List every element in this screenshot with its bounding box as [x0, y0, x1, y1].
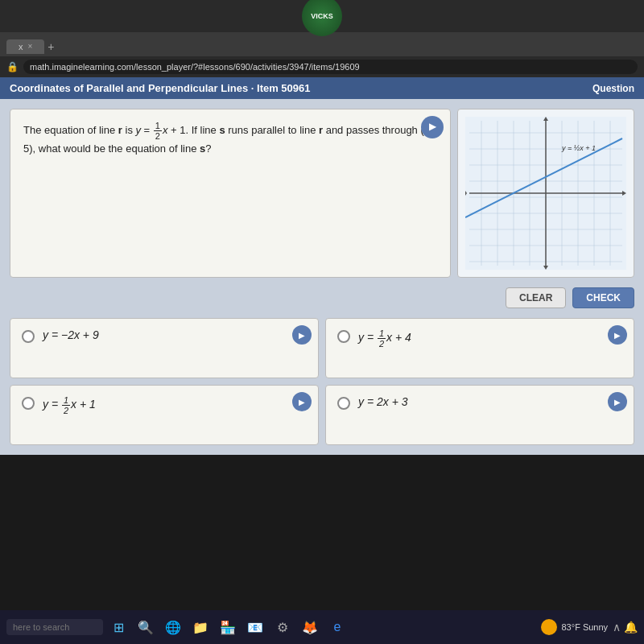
weather-info: 83°F Sunny ∧ 🔔	[541, 619, 638, 635]
browser-tab[interactable]: x ×	[6, 39, 44, 54]
answers-grid: y = −2x + 9 ▶ y = 12x + 4 ▶ y = 12x + 1 …	[10, 318, 634, 445]
answer-choice-c[interactable]: y = 12x + 1 ▶	[10, 385, 319, 445]
check-button[interactable]: CHECK	[572, 287, 634, 308]
vicks-logo: VICKS	[302, 0, 342, 36]
taskbar-search[interactable]	[6, 619, 103, 635]
top-bar: VICKS	[0, 0, 644, 32]
taskbar-store-icon[interactable]: 🏪	[216, 615, 240, 639]
answer-c-audio-button[interactable]: ▶	[292, 392, 312, 411]
url-input[interactable]	[23, 60, 638, 74]
answer-choice-b[interactable]: y = 12x + 4 ▶	[325, 318, 634, 378]
taskbar-firefox-icon[interactable]: 🦊	[298, 615, 322, 639]
browser-chrome: x × + 🔒	[0, 32, 644, 77]
answer-a-audio-button[interactable]: ▶	[292, 325, 312, 345]
tab-label: x	[19, 42, 23, 52]
question-text: The equation of line r is y = 12x + 1. I…	[23, 121, 437, 158]
new-tab-button[interactable]: +	[47, 40, 54, 53]
taskbar-folder-icon[interactable]: 📁	[188, 615, 213, 639]
vicks-brand: VICKS	[302, 0, 342, 36]
page-header: Coordinates of Parallel and Perpendicula…	[0, 77, 644, 99]
taskbar: ⊞ 🔍 🌐 📁 🏪 📧 ⚙ 🦊 e 83°F Sunny ∧ 🔔	[0, 610, 644, 644]
system-tray: ∧ 🔔	[613, 621, 638, 634]
radio-d[interactable]	[337, 397, 350, 410]
answer-text-b: y = 12x + 4	[358, 328, 411, 349]
weather-text: 83°F Sunny	[562, 622, 609, 632]
taskbar-mail-icon[interactable]: 📧	[243, 615, 267, 639]
radio-b[interactable]	[337, 330, 350, 343]
graph-box: y = ½x + 1	[457, 109, 634, 278]
question-audio-button[interactable]: ▶	[421, 116, 444, 138]
radio-a[interactable]	[22, 330, 35, 343]
tab-close-icon[interactable]: ×	[28, 42, 33, 51]
taskbar-ie-icon[interactable]: e	[325, 615, 349, 639]
answer-text-c: y = 12x + 1	[43, 395, 96, 415]
main-content: The equation of line r is y = 12x + 1. I…	[0, 99, 644, 455]
clear-button[interactable]: CLEAR	[506, 287, 566, 308]
taskbar-edge-icon[interactable]: 🌐	[161, 615, 185, 639]
secure-icon: 🔒	[6, 61, 19, 72]
action-row: CLEAR CHECK	[10, 284, 634, 312]
taskbar-chrome-icon[interactable]: ⚙	[270, 615, 295, 639]
page-title: Coordinates of Parallel and Perpendicula…	[10, 82, 311, 94]
answer-text-d: y = 2x + 3	[358, 395, 408, 408]
weather-sun-icon	[541, 619, 557, 635]
graph-container: y = ½x + 1	[465, 117, 626, 270]
answer-b-audio-button[interactable]: ▶	[608, 325, 627, 345]
answer-text-a: y = −2x + 9	[43, 328, 99, 341]
svg-text:y = ½x + 1: y = ½x + 1	[561, 144, 596, 152]
address-bar: 🔒	[0, 56, 644, 77]
answer-choice-a[interactable]: y = −2x + 9 ▶	[10, 318, 319, 378]
answer-d-audio-button[interactable]: ▶	[608, 392, 627, 411]
question-text-box: The equation of line r is y = 12x + 1. I…	[10, 109, 451, 278]
question-section: The equation of line r is y = 12x + 1. I…	[10, 109, 634, 278]
coordinate-graph: y = ½x + 1	[465, 117, 626, 270]
radio-c[interactable]	[22, 397, 35, 410]
question-label: Question	[592, 83, 634, 94]
taskbar-windows-icon[interactable]: ⊞	[106, 615, 130, 639]
taskbar-search-icon[interactable]: 🔍	[134, 615, 158, 639]
answer-choice-d[interactable]: y = 2x + 3 ▶	[325, 385, 634, 445]
